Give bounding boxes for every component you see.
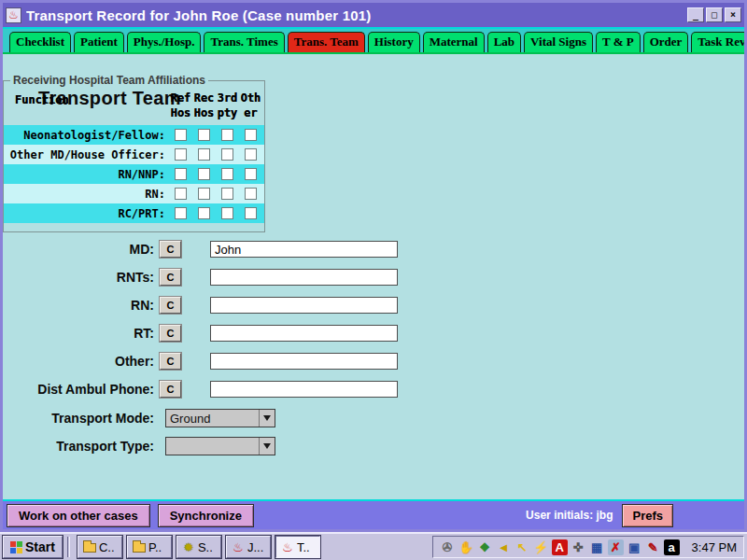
main-panel: Transport Team Referring Hospital Team A… (3, 54, 744, 501)
affiliation-checkbox[interactable] (221, 129, 233, 141)
folder-icon (133, 543, 146, 553)
tab-patient[interactable]: Patient (74, 32, 124, 52)
affiliation-checkbox[interactable] (221, 188, 233, 200)
minimize-button[interactable]: _ (687, 7, 704, 22)
task-label: C.. (99, 540, 115, 554)
field-input[interactable] (210, 353, 398, 370)
tab-maternal[interactable]: Maternal (423, 32, 485, 52)
chevron-down-icon[interactable] (259, 438, 275, 455)
taskbar-separator (67, 537, 70, 557)
text-fields: MD: C RNTs: C RN: C (3, 241, 432, 398)
field-label: Dist Ambul Phone: (3, 382, 160, 397)
affiliation-row: Other MD/House Officer: (4, 145, 264, 164)
clear-button[interactable]: C (160, 381, 181, 398)
affiliation-checkbox[interactable] (175, 168, 187, 180)
java-cup-icon (281, 541, 294, 553)
field-label: MD: (3, 242, 160, 257)
taskbar-clock[interactable]: 3:47 PM (692, 540, 737, 554)
tab-task-review[interactable]: Task Review (691, 32, 744, 52)
tab-phys-hosp[interactable]: Phys./Hosp. (127, 32, 202, 52)
field-rt: RT: C (3, 325, 432, 342)
affiliation-checkbox[interactable] (245, 207, 257, 219)
column-header: RefHos (169, 91, 192, 120)
network-icon[interactable]: ▦ (589, 539, 605, 555)
clear-button[interactable]: C (160, 297, 181, 314)
clear-button[interactable]: C (160, 269, 181, 286)
task-c[interactable]: C.. (78, 536, 122, 558)
field-dist-ambul-phone: Dist Ambul Phone: C (3, 381, 432, 398)
lightning-icon[interactable]: ⚡ (533, 539, 549, 555)
checkbox-column-headers: RefHos RecHos 3rdpty Other (169, 91, 262, 120)
tab-order[interactable]: Order (643, 32, 689, 52)
tab-vital-signs[interactable]: Vital Signs (524, 32, 593, 52)
affiliation-checkbox[interactable] (198, 148, 210, 161)
maximize-button[interactable]: □ (706, 7, 723, 22)
affiliation-checkbox[interactable] (221, 148, 233, 161)
tab-trans-times[interactable]: Trans. Times (204, 32, 284, 52)
task-s[interactable]: S.. (176, 536, 221, 558)
field-input[interactable] (210, 241, 398, 258)
tab-trans-team[interactable]: Trans. Team (288, 32, 365, 52)
windows-logo-icon (10, 541, 22, 553)
affiliation-checkbox[interactable] (245, 148, 257, 161)
task-label: T.. (297, 540, 310, 554)
tab-history[interactable]: History (368, 32, 420, 52)
clear-button[interactable]: C (160, 353, 181, 370)
row-label: RN: (4, 188, 169, 201)
hand-tool-icon[interactable]: ✋ (458, 539, 474, 555)
affiliation-checkbox[interactable] (245, 188, 257, 200)
tab-checklist[interactable]: Checklist (9, 32, 71, 52)
ati-icon[interactable]: A (552, 539, 568, 555)
close-button[interactable]: × (725, 7, 741, 22)
row-label: Neonatologist/Fellow: (4, 129, 169, 142)
work-on-other-cases-button[interactable]: Work on other cases (7, 504, 150, 527)
affiliation-checkbox[interactable] (175, 207, 187, 219)
affiliation-row: RN: (4, 184, 264, 203)
affiliation-checkbox[interactable] (198, 168, 210, 180)
affiliation-checkbox[interactable] (221, 207, 233, 219)
pointer-icon[interactable]: ↖ (514, 539, 530, 555)
mouse-icon[interactable]: ✜ (571, 539, 586, 555)
task-t[interactable]: T.. (275, 536, 320, 558)
field-label: RN: (3, 298, 160, 313)
clear-button[interactable]: C (160, 325, 181, 342)
affiliation-checkbox[interactable] (245, 129, 257, 141)
tab-t-and-p[interactable]: T & P (596, 32, 641, 52)
row-label: RN/NNP: (4, 168, 169, 181)
clear-button[interactable]: C (160, 241, 181, 258)
text-service-icon[interactable]: a (664, 539, 680, 555)
affiliation-checkbox[interactable] (221, 168, 233, 180)
start-button[interactable]: Start (3, 536, 63, 558)
tab-lab[interactable]: Lab (487, 32, 521, 52)
task-j[interactable]: J... (226, 536, 271, 558)
field-input[interactable] (210, 381, 398, 398)
task-p[interactable]: P.. (127, 536, 172, 558)
affiliation-checkbox[interactable] (175, 129, 187, 141)
computer-icon[interactable]: ▣ (627, 539, 642, 555)
synchronize-button[interactable]: Synchronize (158, 504, 254, 527)
combo-box[interactable]: Ground (165, 409, 275, 427)
affiliation-checkbox[interactable] (175, 188, 187, 200)
volume-icon[interactable]: ◄ (496, 539, 512, 555)
combo-box[interactable] (165, 437, 275, 455)
field-input[interactable] (210, 325, 398, 342)
affiliation-checkbox[interactable] (175, 148, 187, 161)
chevron-down-icon[interactable] (259, 410, 275, 427)
affiliation-checkbox[interactable] (198, 207, 210, 219)
media-mixer-icon[interactable]: ❖ (477, 539, 493, 555)
function-column-header: Function (15, 91, 169, 106)
star-icon (182, 541, 195, 553)
field-input[interactable] (210, 297, 398, 314)
printer-icon[interactable]: ✇ (440, 539, 456, 555)
prefs-button[interactable]: Prefs (622, 504, 673, 527)
affiliation-checkbox[interactable] (198, 188, 210, 200)
pen-icon[interactable]: ✎ (645, 539, 661, 555)
select-transport-mode: Transport Mode: Ground (3, 409, 432, 427)
user-initials-label: User initials: jbg (526, 509, 613, 522)
task-label: S.. (198, 540, 213, 554)
field-input[interactable] (210, 269, 398, 286)
screen: ♨ Transport Record for John Roe (Case nu… (0, 0, 747, 560)
display-alert-icon[interactable]: ✗ (608, 539, 624, 555)
affiliation-checkbox[interactable] (198, 129, 210, 141)
affiliation-checkbox[interactable] (245, 168, 257, 180)
